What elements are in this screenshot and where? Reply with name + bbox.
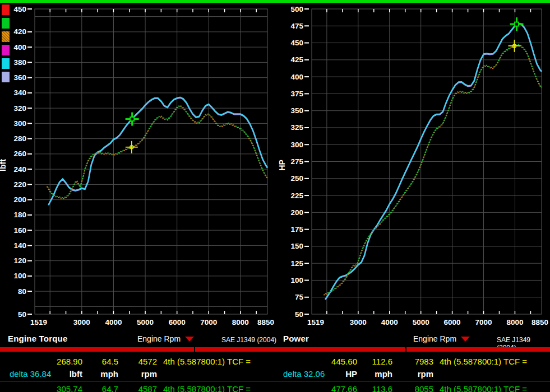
power-xaxis-name: Engine Rpm [413,334,456,343]
speed-value: 112.6 [366,357,392,366]
y-tick-label: 225 [290,192,303,200]
y-tick-label: 100 [290,276,303,284]
x-tick-label: 3000 [350,318,367,326]
y-tick-label: 280 [13,134,26,143]
y-tick-label: 320 [13,104,26,113]
y-tick-label: 400 [13,43,26,52]
y-tick-label: 425 [290,55,303,64]
y-tick-label: 50 [295,310,303,319]
y-tick-label: 340 [13,88,26,97]
y-tick-label: 150 [290,242,303,250]
torque-chart-title: Engine Torque [8,334,68,343]
rpm-unit: rpm [404,369,433,379]
y-tick-label: 360 [13,73,26,82]
run-dotted-green-orange-green [323,44,542,294]
y-tick-label: 250 [290,174,303,183]
xaxis-dropdown-icon[interactable] [185,337,194,342]
red-bar-notch [405,347,406,352]
power-chart[interactable]: 5004754504254003753503253002752502252001… [279,0,550,329]
power-value: 477.66 [306,384,357,392]
torque-xaxis-name: Engine Rpm [137,334,181,343]
plot-border [35,9,267,314]
readout-separator-line [0,381,550,382]
y-tick-label: 100 [13,272,26,280]
y-axis-title: lbft [0,159,7,171]
y-tick-label: 275 [290,157,303,166]
y-tick-label: 325 [290,123,303,132]
power-readout-units-row: delta 32.06 HP mph rpm [0,369,550,379]
speed-value: 113.6 [366,384,392,392]
y-tick-label: 420 [13,27,26,36]
y-tick-label: 200 [13,195,26,204]
dyno-app-window: { "app": { "top_bar_color": "#00dc00", "… [0,0,550,392]
y-tick-label: 450 [13,5,26,13]
speed-unit: mph [366,369,392,379]
x-tick-label: 8000 [506,318,523,326]
x-tick-label: 1519 [30,318,47,326]
y-tick-label: 180 [13,211,26,219]
y-tick-label: 140 [13,241,26,250]
power-readout-row-run1: 445.60 112.6 7983 4th (5.587800:1) TCF = [0,357,550,366]
power-value: 445.60 [306,357,357,366]
y-tick-label: 220 [13,180,26,189]
gear-info: 4th (5.587800:1) TCF = [440,384,527,392]
power-chart-title: Power [283,334,309,343]
x-tick-label: 1519 [307,318,324,326]
x-tick-label: 7000 [475,318,492,326]
x-tick-label: 6000 [444,318,461,326]
x-tick-label: 4000 [381,318,398,326]
x-tick-label: 8850 [257,318,274,326]
x-tick-label: 6000 [169,318,186,326]
y-tick-label: 500 [290,5,303,13]
y-axis-title: HP [279,160,286,170]
x-tick-label: 5000 [137,318,154,326]
xaxis-dropdown-icon[interactable] [461,337,470,342]
y-tick-label: 450 [290,39,303,47]
y-tick-label: 50 [18,310,26,319]
cursor-center-square[interactable] [515,22,519,26]
run-solid-cyan-lavender-cyan [48,97,267,204]
y-tick-label: 240 [13,165,26,174]
y-tick-label: 160 [13,226,26,235]
x-tick-label: 8000 [232,318,249,326]
y-tick-label: 75 [295,293,304,301]
y-tick-label: 125 [290,259,303,268]
run-dotted-green-orange-orange [323,45,542,295]
run-solid-cyan-lavender-cyan [325,24,542,299]
x-tick-label: 4000 [105,318,122,326]
x-tick-label: 8850 [531,318,548,326]
y-tick-label: 175 [290,225,303,234]
y-tick-label: 260 [13,150,26,158]
rpm-value: 8055 [404,384,433,392]
y-tick-label: 120 [13,256,26,265]
torque-correction-standard: SAE J1349 (2004) [221,336,276,344]
torque-chart-footer: Engine Torque Engine Rpm SAE J1349 (2004… [0,329,279,347]
y-tick-label: 380 [13,58,26,67]
y-tick-label: 375 [290,90,303,98]
power-unit: HP [306,369,357,379]
gear-info: 4th (5.587800:1) TCF = [440,357,527,366]
x-tick-label: 7000 [200,318,217,326]
y-tick-label: 475 [290,22,303,30]
torque-chart[interactable]: 4504204003803603403203002802602402202001… [0,0,279,329]
y-tick-label: 350 [290,106,303,115]
rpm-value: 7983 [404,357,433,366]
power-chart-footer: Power Engine Rpm SAE J1349 (2004) [279,329,550,347]
y-tick-label: 200 [290,208,303,217]
power-readout-row-run2: 477.66 113.6 8055 4th (5.587800:1) TCF = [0,384,550,392]
x-tick-label: 3000 [73,318,90,326]
run-dotted-green-orange-green [47,105,267,198]
y-tick-label: 80 [18,287,26,296]
divider-red-bar [0,347,550,352]
y-tick-label: 400 [290,73,303,81]
y-tick-label: 300 [13,119,26,128]
x-tick-label: 5000 [413,318,429,326]
red-bar-notch [194,347,195,352]
y-tick-label: 300 [290,141,303,149]
cursor-center-square[interactable] [130,117,134,121]
